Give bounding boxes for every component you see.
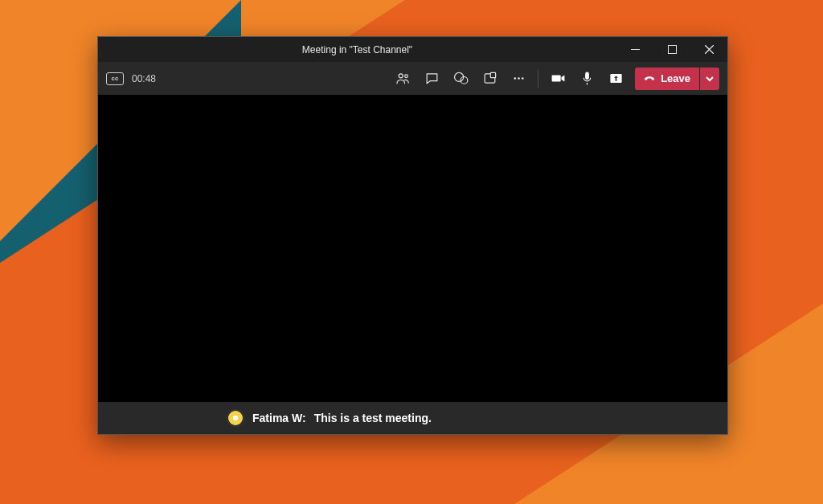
meeting-window: Meeting in "Test Channel" cc 00:48	[97, 36, 728, 435]
leave-button-group: Leave	[635, 68, 719, 90]
window-title: Meeting in "Test Channel"	[98, 44, 616, 55]
window-close-button[interactable]	[690, 37, 727, 62]
mic-toggle-button[interactable]	[572, 62, 601, 95]
leave-button[interactable]: Leave	[635, 68, 699, 90]
close-icon	[705, 45, 714, 54]
leave-options-button[interactable]	[700, 68, 719, 90]
chevron-down-icon	[706, 75, 714, 83]
camera-icon	[551, 71, 566, 86]
chat-icon	[424, 71, 440, 86]
hangup-icon	[644, 73, 655, 84]
people-icon	[395, 71, 411, 86]
leave-button-label: Leave	[661, 72, 690, 84]
minimize-icon	[631, 45, 640, 54]
share-screen-button[interactable]	[601, 62, 630, 95]
reactions-button[interactable]	[446, 62, 475, 95]
sender-avatar	[227, 409, 244, 427]
rooms-icon	[482, 71, 497, 86]
svg-point-8	[518, 77, 520, 80]
toolbar-separator	[538, 70, 538, 88]
live-captions-button[interactable]: cc	[106, 72, 124, 85]
svg-point-2	[404, 75, 407, 78]
chat-sender-name: Fatima W	[252, 412, 302, 424]
reactions-icon	[453, 71, 469, 86]
call-timer: 00:48	[132, 73, 156, 84]
svg-rect-0	[668, 46, 676, 54]
svg-rect-6	[490, 72, 495, 77]
camera-toggle-button[interactable]	[543, 62, 572, 95]
more-actions-button[interactable]	[504, 62, 533, 95]
rooms-button[interactable]	[475, 62, 504, 95]
maximize-icon	[668, 45, 677, 54]
title-bar[interactable]: Meeting in "Test Channel"	[98, 37, 727, 62]
svg-point-1	[399, 74, 403, 78]
chat-sender-colon: :	[302, 412, 306, 424]
window-maximize-button[interactable]	[653, 37, 690, 62]
ellipsis-icon	[511, 71, 526, 86]
chat-button[interactable]	[417, 62, 446, 95]
chat-message-text: This is a test meeting.	[314, 412, 432, 424]
meeting-toolbar: cc 00:48	[98, 62, 727, 95]
svg-point-7	[514, 77, 516, 80]
toolbar-left: cc 00:48	[106, 72, 156, 85]
mic-icon	[579, 71, 595, 86]
chat-message-strip[interactable]: Fatima W: This is a test meeting.	[98, 402, 727, 434]
share-icon	[608, 71, 624, 86]
participants-button[interactable]	[388, 62, 417, 95]
video-stage[interactable]	[98, 95, 727, 402]
window-minimize-button[interactable]	[616, 37, 653, 62]
svg-point-9	[522, 77, 524, 80]
